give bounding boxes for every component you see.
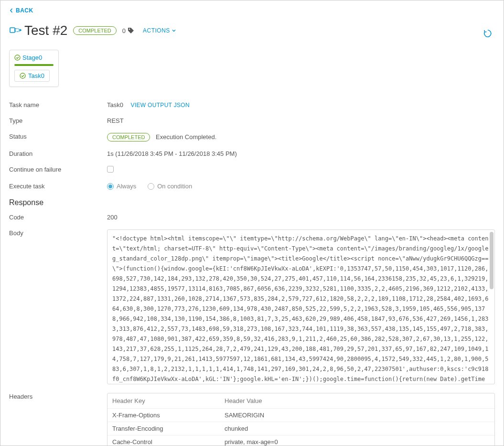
radio-label: Always — [117, 183, 136, 190]
svg-rect-0 — [10, 28, 15, 33]
view-output-json-link[interactable]: VIEW OUTPUT JSON — [131, 102, 190, 109]
task-chip[interactable]: Task0 — [14, 70, 50, 82]
status-badge: COMPLETED — [73, 26, 116, 35]
stage-link[interactable]: Stage0 — [14, 54, 54, 61]
header-value-column: Header Value — [225, 397, 490, 404]
chevron-down-icon — [172, 28, 176, 33]
pipeline-icon — [9, 24, 21, 37]
back-label: BACK — [16, 7, 33, 14]
status-badge: COMPLETED — [107, 133, 150, 141]
svg-point-4 — [20, 73, 25, 78]
svg-rect-1 — [15, 29, 19, 32]
back-link[interactable]: BACK — [9, 7, 33, 14]
chevron-left-icon — [9, 8, 14, 13]
check-circle-icon — [20, 73, 26, 79]
field-label: Continue on failure — [9, 166, 107, 173]
field-label: Type — [9, 117, 107, 124]
headers-table: Header Key Header Value X-Frame-Options … — [107, 393, 495, 446]
tag-icon — [128, 27, 134, 34]
field-label: Execute task — [9, 183, 107, 190]
actions-dropdown[interactable]: ACTIONS — [143, 27, 176, 34]
field-label: Task name — [9, 101, 107, 109]
stage-progress — [14, 64, 54, 66]
continue-checkbox[interactable] — [107, 166, 114, 173]
refresh-button[interactable] — [483, 29, 492, 39]
field-label: Duration — [9, 150, 107, 157]
svg-point-2 — [129, 29, 130, 30]
type-value: REST — [107, 117, 495, 124]
stage-card: Stage0 Task0 — [9, 50, 59, 87]
refresh-icon — [483, 29, 492, 38]
field-label: Code — [9, 214, 107, 221]
page-title: Test #2 — [24, 23, 67, 38]
svg-point-3 — [15, 55, 20, 60]
response-body-box[interactable]: "<!doctype html><html itemscope=\"\" ite… — [107, 229, 495, 384]
tag-count[interactable]: 0 — [122, 27, 134, 34]
radio-label: On condition — [157, 183, 192, 190]
duration-value: 1s (11/26/2018 3:45 PM - 11/26/2018 3:45… — [107, 150, 495, 157]
field-label: Body — [9, 229, 107, 237]
response-heading: Response — [9, 198, 495, 207]
table-row: X-Frame-Options SAMEORIGIN — [107, 408, 494, 422]
field-label: Headers — [9, 393, 107, 400]
execute-always-radio[interactable] — [107, 183, 114, 190]
field-label: Status — [9, 133, 107, 140]
check-circle-icon — [14, 54, 21, 61]
execute-condition-radio[interactable] — [148, 183, 154, 190]
scrollbar[interactable] — [490, 232, 493, 289]
response-code-value: 200 — [107, 214, 495, 221]
header-key-column: Header Key — [112, 397, 225, 404]
table-row: Transfer-Encoding chunked — [107, 422, 494, 435]
task-name-value: Task0 — [107, 101, 123, 109]
table-row: Cache-Control private, max-age=0 — [107, 435, 494, 446]
status-text: Execution Completed. — [156, 133, 216, 141]
